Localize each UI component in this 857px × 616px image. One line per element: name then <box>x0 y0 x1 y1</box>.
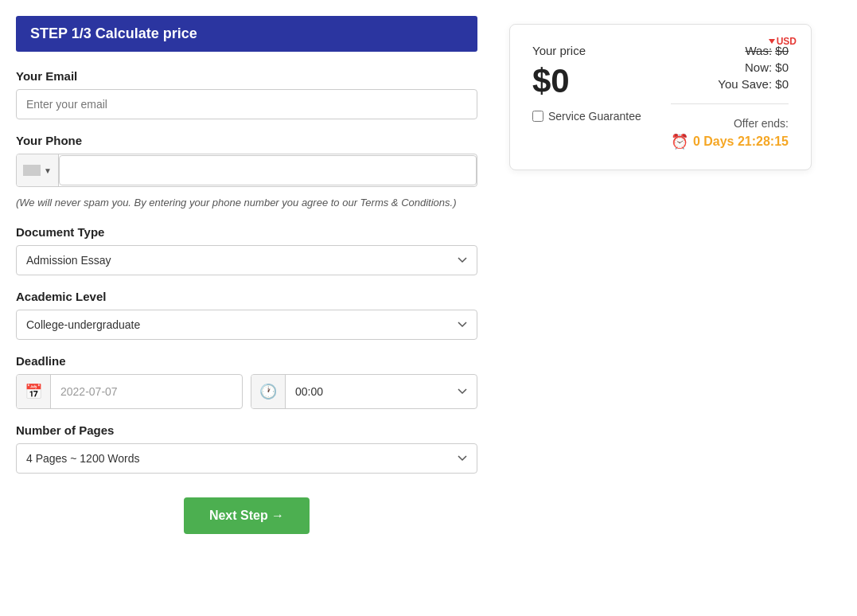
usd-label: USD <box>777 36 797 47</box>
offer-timer: ⏰ 0 Days 21:28:15 <box>671 133 789 150</box>
email-label: Your Email <box>16 69 477 83</box>
pages-label: Number of Pages <box>16 423 477 437</box>
price-info-row: Your price $0 Service Guarantee Was: $0 … <box>532 44 789 150</box>
price-left: Your price $0 Service Guarantee <box>532 44 641 123</box>
service-guarantee-checkbox[interactable] <box>532 111 543 122</box>
document-type-select[interactable]: Admission Essay Essay Research Paper Ter… <box>16 245 477 275</box>
timer-clock-icon: ⏰ <box>671 133 688 150</box>
phone-dropdown-arrow: ▼ <box>44 166 52 175</box>
step-header: STEP 1/3 Calculate price <box>16 16 477 52</box>
price-card: USD Your price $0 Service Guarantee Was:… <box>509 24 812 170</box>
price-details: Was: $0 Now: $0 You Save: $0 Offer ends:… <box>671 44 789 150</box>
calendar-icon: 📅 <box>17 375 51 408</box>
save-label: You Save: <box>718 77 772 91</box>
date-input-wrap: 📅 <box>16 374 243 409</box>
service-guarantee-label: Service Guarantee <box>548 110 641 123</box>
academic-level-label: Academic Level <box>16 290 477 303</box>
deadline-label: Deadline <box>16 354 477 368</box>
now-price-value: $0 <box>775 60 789 74</box>
usd-badge: USD <box>769 36 797 47</box>
academic-level-select[interactable]: College-undergraduate High School Univer… <box>16 310 477 340</box>
disclaimer-text: (We will never spam you. By entering you… <box>16 195 477 211</box>
phone-input[interactable] <box>59 155 477 185</box>
email-input[interactable] <box>16 89 477 119</box>
time-select[interactable]: 00:00 01:00 02:00 06:00 12:00 18:00 <box>286 377 477 406</box>
now-label: Now: <box>745 60 772 74</box>
phone-flag-selector[interactable]: ▼ <box>17 154 59 186</box>
save-price-value: $0 <box>775 77 789 91</box>
service-guarantee-row: Service Guarantee <box>532 110 641 123</box>
save-price: You Save: $0 <box>671 77 789 91</box>
divider <box>671 103 789 104</box>
phone-label: Your Phone <box>16 134 477 147</box>
pages-select[interactable]: 1 Pages ~ 300 Words 2 Pages ~ 600 Words … <box>16 443 477 474</box>
button-wrapper: Next Step → <box>16 497 477 534</box>
price-main-value: $0 <box>532 62 641 100</box>
next-step-button[interactable]: Next Step → <box>184 497 310 534</box>
offer-ends-label: Offer ends: <box>671 117 789 130</box>
next-step-label: Next Step → <box>209 509 284 523</box>
deadline-row: 📅 🕐 00:00 01:00 02:00 06:00 12:00 18:00 <box>16 374 477 409</box>
date-input[interactable] <box>51 377 242 406</box>
usd-triangle <box>769 39 775 44</box>
phone-row: ▼ <box>16 154 477 187</box>
document-type-label: Document Type <box>16 225 477 239</box>
step-title: STEP 1/3 Calculate price <box>30 25 197 41</box>
clock-icon: 🕐 <box>251 375 286 408</box>
form-section: STEP 1/3 Calculate price Your Email Your… <box>16 16 477 534</box>
time-select-wrap: 🕐 00:00 01:00 02:00 06:00 12:00 18:00 <box>251 374 477 409</box>
now-price: Now: $0 <box>671 60 789 74</box>
flag-icon <box>23 165 41 176</box>
your-price-label: Your price <box>532 44 641 57</box>
timer-value: 0 Days 21:28:15 <box>693 135 789 149</box>
